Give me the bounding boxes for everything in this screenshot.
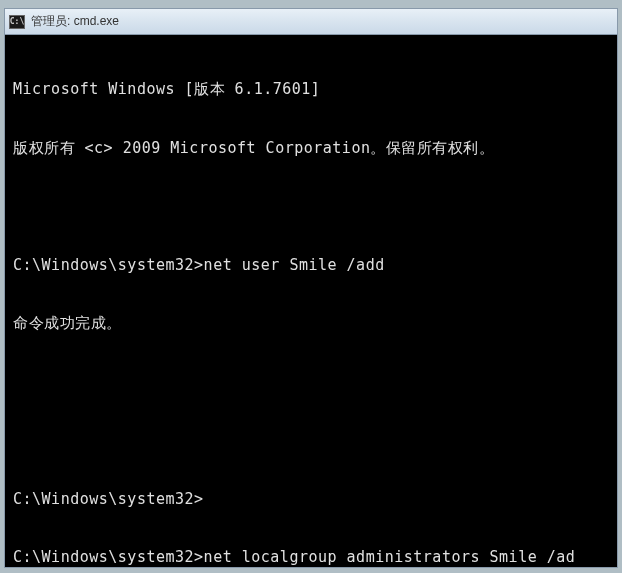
cmd-icon: C:\	[9, 15, 25, 29]
terminal-line	[13, 373, 609, 393]
terminal-line: 版权所有 <c> 2009 Microsoft Corporation。保留所有…	[13, 139, 609, 159]
cmd-window: C:\ 管理员: cmd.exe Microsoft Windows [版本 6…	[4, 8, 618, 568]
terminal-line	[13, 431, 609, 451]
window-title: 管理员: cmd.exe	[31, 13, 119, 30]
terminal-line	[13, 197, 609, 217]
terminal-content[interactable]: Microsoft Windows [版本 6.1.7601] 版权所有 <c>…	[5, 35, 617, 567]
terminal-line: C:\Windows\system32>net user Smile /add	[13, 256, 609, 276]
terminal-line: C:\Windows\system32>	[13, 490, 609, 510]
terminal-line: C:\Windows\system32>net localgroup admin…	[13, 548, 609, 567]
titlebar[interactable]: C:\ 管理员: cmd.exe	[5, 9, 617, 35]
terminal-line: 命令成功完成。	[13, 314, 609, 334]
terminal-line: Microsoft Windows [版本 6.1.7601]	[13, 80, 609, 100]
